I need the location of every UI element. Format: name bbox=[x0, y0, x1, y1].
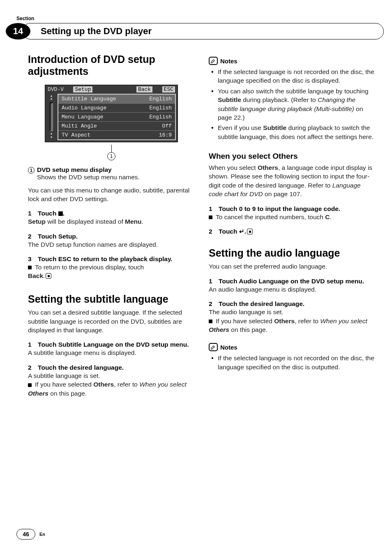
chapter-number: 14 bbox=[6, 23, 30, 39]
heading-intro: Introduction of DVD setup adjustments bbox=[28, 53, 195, 77]
square-bullet-icon bbox=[28, 383, 32, 387]
pencil-note-icon bbox=[209, 57, 218, 65]
callout: 1 bbox=[45, 145, 178, 160]
dvd-setup-screenshot: DVD-V Setup Back ESC ▴▴ ▾▾ bbox=[45, 85, 178, 142]
stop-icon bbox=[58, 211, 63, 216]
dvd-top-esc: ESC bbox=[162, 86, 175, 93]
notes-heading: Notes bbox=[209, 57, 376, 65]
note-4: If the selected language is not recorded… bbox=[209, 354, 376, 371]
heading-when-others: When you select Others bbox=[209, 152, 376, 161]
audio-intro: You can set the preferred audio language… bbox=[209, 262, 376, 271]
as2-ital: When you select bbox=[320, 317, 367, 324]
circled-one-icon: 1 bbox=[28, 167, 35, 174]
n3-pre: Even if you use bbox=[218, 124, 263, 131]
square-bullet-icon bbox=[209, 320, 212, 323]
notes-label: Notes bbox=[220, 58, 238, 65]
step-1-post: . bbox=[63, 210, 65, 217]
caption-1-body: Shows the DVD setup menu names. bbox=[28, 174, 195, 181]
others-step-1-head: 1 Touch 0 to 9 to input the language cod… bbox=[209, 205, 376, 213]
ss2-others: Others bbox=[93, 381, 114, 388]
step-1-pre: 1 Touch bbox=[28, 210, 58, 217]
dvd-top-right: Back ESC bbox=[136, 86, 175, 93]
audio-step-2-body: The audio language is set. bbox=[209, 308, 376, 316]
square-bullet-icon bbox=[28, 266, 32, 269]
as2-others2: Others bbox=[209, 326, 229, 333]
dvd-top-left-label: DVD-V bbox=[48, 86, 64, 93]
as2-mid: , refer to bbox=[295, 317, 320, 324]
page-footer: 46 En bbox=[16, 529, 45, 540]
pencil-note-icon bbox=[209, 343, 218, 351]
dvd-menu-row: Menu LanguageEnglish bbox=[58, 112, 175, 121]
step-3-bullet-text: To return to the previous display, touch bbox=[35, 264, 144, 271]
dvd-menu-row: Multi AngleOff bbox=[58, 121, 175, 130]
step-1-head: 1 Touch . bbox=[28, 210, 195, 217]
ss2-post: on this page. bbox=[48, 390, 87, 397]
step-2-head: 2 Touch Setup. bbox=[28, 233, 195, 240]
end-mark-icon bbox=[46, 273, 51, 279]
dvd-menu-rows: Subtitle LanguageEnglishAudio LanguageEn… bbox=[58, 94, 176, 140]
ss2-others2: Others bbox=[28, 390, 48, 397]
n2-mid: during playback. (Refer to bbox=[241, 96, 318, 103]
ss2-ital: When you select bbox=[139, 381, 187, 388]
page-number: 46 bbox=[16, 529, 35, 540]
as2-post: on this page. bbox=[229, 326, 267, 333]
caption-1: 1DVD setup menu display bbox=[28, 166, 195, 174]
step-3-bullet: To return to the previous display, touch bbox=[28, 263, 195, 271]
language-abbr: En bbox=[39, 532, 45, 537]
section-label: Section bbox=[16, 16, 34, 21]
chapter-header: 14 Setting up the DVD player bbox=[6, 23, 384, 39]
sub-step-2-head: 2 Touch the desired language. bbox=[28, 364, 195, 371]
ss2-pre: If you have selected bbox=[35, 381, 93, 388]
n2-pre: You can also switch the subtitle languag… bbox=[218, 88, 369, 95]
notes-heading-2: Notes bbox=[209, 343, 376, 351]
subtitle-intro: You can set a desired subtitle language.… bbox=[28, 308, 195, 334]
step-1-setup: Setup bbox=[28, 218, 46, 225]
step-1-body: Setup will be displayed instead of Menu. bbox=[28, 217, 195, 226]
step-1-menu: Menu bbox=[125, 218, 141, 225]
enter-arrow-icon: ↵ bbox=[239, 228, 244, 235]
intro-body-text: You can use this menu to change audio, s… bbox=[28, 186, 195, 204]
os2-post: . bbox=[244, 228, 246, 235]
h2-others: Others bbox=[272, 152, 297, 160]
note-1: If the selected language is not recorded… bbox=[209, 67, 376, 85]
h2-pre: When you select bbox=[209, 152, 272, 160]
sub-step-2-body: A subtitle language is set. bbox=[28, 371, 195, 380]
n2-sub: Subtitle bbox=[218, 96, 241, 103]
chevron-up-icon: ▴▴ bbox=[50, 95, 53, 101]
sub-step-2-bullet: If you have selected Others, refer to Wh… bbox=[28, 380, 195, 398]
ob-others: Others bbox=[258, 164, 278, 171]
dvd-top-back: Back bbox=[136, 86, 152, 93]
audio-step-2-bullet: If you have selected Others, refer to Wh… bbox=[209, 317, 376, 334]
sub-step-1-head: 1 Touch Subtitle Language on the DVD set… bbox=[28, 341, 195, 348]
note-3: Even if you use Subtitle during playback… bbox=[209, 123, 376, 141]
others-step-2-head: 2 Touch ↵. bbox=[209, 228, 376, 235]
others-body: When you select Others, a language code … bbox=[209, 163, 376, 199]
step-3-back-line: Back. bbox=[28, 271, 195, 280]
dvd-menu-row: Audio LanguageEnglish bbox=[58, 103, 175, 112]
step-2-body: The DVD setup function names are display… bbox=[28, 240, 195, 249]
audio-step-1-body: An audio language menu is displayed. bbox=[209, 285, 376, 294]
as2-pre: If you have selected bbox=[216, 317, 274, 324]
os1-pre: To cancel the inputted numbers, touch bbox=[216, 213, 325, 220]
notes-list-2: If the selected language is not recorded… bbox=[209, 354, 376, 371]
chapter-title-wrap: Setting up the DVD player bbox=[22, 23, 384, 39]
callout-number: 1 bbox=[107, 152, 115, 160]
end-mark-icon bbox=[247, 229, 253, 234]
notes-label-2: Notes bbox=[220, 344, 238, 351]
others-step-1-bullet: To cancel the inputted numbers, touch C. bbox=[209, 213, 376, 221]
chevron-down-icon: ▾▾ bbox=[50, 133, 53, 139]
caption-1-title: DVD setup menu display bbox=[37, 166, 112, 173]
os2-pre: 2 Touch bbox=[209, 228, 239, 235]
step-1-mid: will be displayed instead of bbox=[46, 218, 125, 225]
step-3-back: Back bbox=[28, 272, 43, 279]
ob-post: on page 107. bbox=[263, 190, 302, 197]
dvd-scrollbar: ▴▴ ▾▾ bbox=[47, 94, 56, 140]
dvd-top-source: DVD-V Setup bbox=[48, 86, 92, 93]
audio-step-2-head: 2 Touch the desired language. bbox=[209, 300, 376, 308]
step-3-head: 3 Touch ESC to return to the playback di… bbox=[28, 255, 195, 263]
sub-step-1-body: A subtitle language menu is displayed. bbox=[28, 348, 195, 357]
square-bullet-icon bbox=[209, 215, 212, 219]
heading-subtitle-language: Setting the subtitle language bbox=[28, 294, 195, 305]
audio-step-1-head: 1 Touch Audio Language on the DVD setup … bbox=[209, 278, 376, 285]
ob-pre: When you select bbox=[209, 164, 258, 171]
